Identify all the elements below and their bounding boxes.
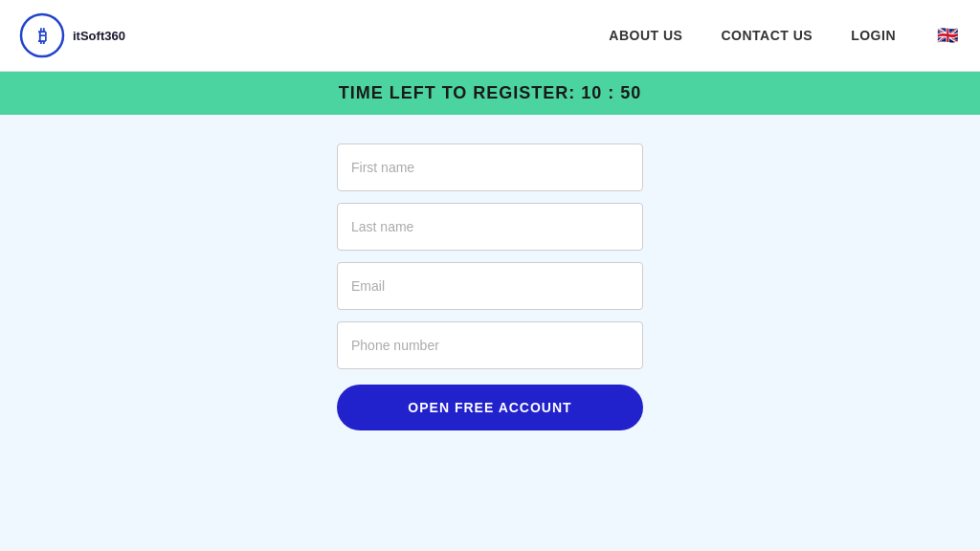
registration-form: OPEN FREE ACCOUNT (337, 143, 643, 430)
phone-input[interactable] (337, 321, 643, 369)
first-name-input[interactable] (337, 143, 643, 191)
last-name-input[interactable] (337, 203, 643, 251)
logo-area: ₿ itSoft360 (19, 12, 125, 58)
nav-about[interactable]: ABOUT US (609, 28, 682, 43)
language-selector[interactable]: 🇬🇧 (934, 26, 961, 45)
logo-icon: ₿ (19, 12, 65, 58)
email-input[interactable] (337, 262, 643, 310)
svg-text:₿: ₿ (38, 27, 47, 46)
header: ₿ itSoft360 ABOUT US CONTACT US LOGIN 🇬🇧 (0, 0, 980, 72)
nav-area: ABOUT US CONTACT US LOGIN 🇬🇧 (609, 26, 961, 45)
timer-text: TIME LEFT TO REGISTER: 10 : 50 (339, 83, 642, 102)
nav-login[interactable]: LOGIN (851, 28, 896, 43)
open-account-button[interactable]: OPEN FREE ACCOUNT (337, 385, 643, 430)
main-content: OPEN FREE ACCOUNT (0, 115, 980, 548)
logo-text: itSoft360 (73, 29, 125, 43)
nav-contact[interactable]: CONTACT US (721, 28, 813, 43)
timer-banner: TIME LEFT TO REGISTER: 10 : 50 (0, 72, 980, 115)
